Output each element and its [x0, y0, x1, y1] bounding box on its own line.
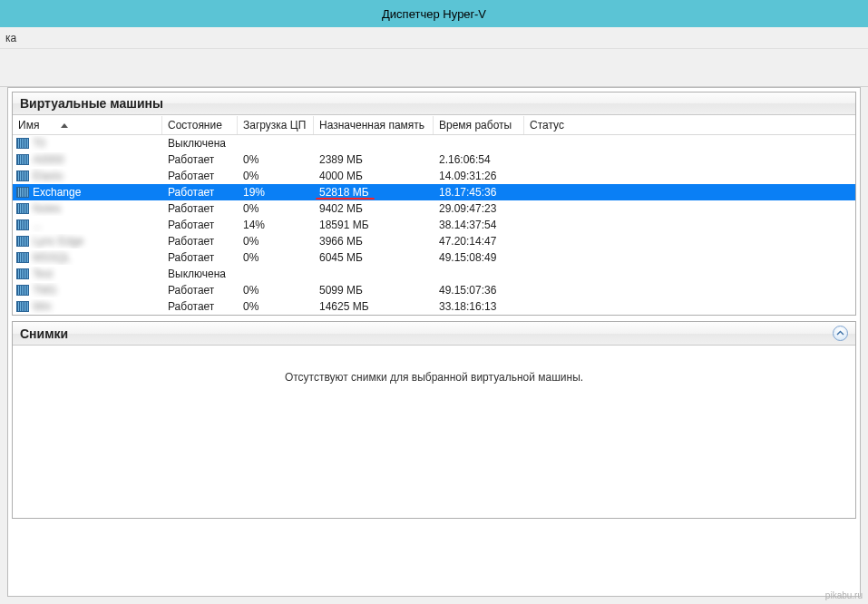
vm-cpu-cell: 14%: [238, 218, 314, 232]
vm-panel-header: Виртуальные машины: [13, 93, 855, 115]
vm-status-cell: [524, 142, 855, 144]
vm-name-label: ...: [33, 219, 42, 231]
vm-name-label: Notes: [33, 202, 61, 215]
vm-uptime-cell: 18.17:45:36: [434, 185, 524, 200]
vm-name-cell: Win: [13, 299, 162, 314]
vm-memory-cell: 4000 МБ: [314, 169, 434, 183]
vm-cpu-cell: [238, 142, 314, 144]
vm-status-cell: [524, 306, 855, 307]
vm-uptime-cell: 49.15:08:49: [434, 250, 524, 265]
vm-icon: [16, 154, 29, 165]
vm-uptime-cell: 49.15:07:36: [434, 283, 524, 297]
table-row[interactable]: ExchangeРаботает19%52818 МБ18.17:45:36: [13, 184, 855, 200]
vm-memory-cell: 9402 МБ: [314, 201, 434, 216]
vm-name-cell: Notes: [13, 201, 162, 216]
vm-status-cell: [524, 191, 855, 193]
table-row[interactable]: MSSQLРаботает0%6045 МБ49.15:08:49: [13, 249, 855, 266]
column-header-state[interactable]: Состояние: [162, 116, 238, 134]
table-row[interactable]: A0000Работает0%2389 МБ2.16:06:54: [13, 151, 855, 168]
vm-state-cell: Работает: [162, 169, 238, 183]
table-row[interactable]: WinРаботает0%14625 МБ33.18:16:13: [13, 298, 855, 315]
table-row[interactable]: T0Выключена: [13, 135, 855, 151]
vm-table-header: Имя Состояние Загрузка ЦП Назначенная па…: [13, 115, 855, 135]
vm-name-cell: Exchange: [13, 185, 162, 200]
vm-uptime-cell: 29.09:47:23: [434, 201, 524, 216]
content-area: Виртуальные машины Имя Состояние Загрузк…: [7, 87, 861, 597]
vm-panel-title: Виртуальные машины: [20, 96, 163, 111]
table-row[interactable]: TMGРаботает0%5099 МБ49.15:07:36: [13, 282, 855, 298]
vm-status-cell: [524, 175, 855, 177]
column-header-uptime[interactable]: Время работы: [434, 116, 524, 134]
vm-cpu-cell: 19%: [238, 185, 314, 200]
vm-cpu-cell: 0%: [238, 169, 314, 183]
vm-icon: [16, 268, 29, 279]
vm-status-cell: [524, 208, 855, 209]
vm-uptime-cell: 47.20:14:47: [434, 234, 524, 248]
vm-name-cell: A0000: [13, 152, 162, 167]
vm-icon: [16, 219, 29, 230]
vm-state-cell: Работает: [162, 234, 238, 248]
vm-name-label: Test: [33, 268, 53, 280]
vm-memory-cell: [314, 142, 434, 144]
column-header-status[interactable]: Статус: [524, 116, 855, 134]
vm-memory-cell: 6045 МБ: [314, 250, 434, 265]
vm-memory-cell: 14625 МБ: [314, 299, 434, 314]
vm-state-cell: Работает: [162, 250, 238, 265]
vm-status-cell: [524, 273, 855, 275]
vm-name-cell: Lync Edge: [13, 234, 162, 248]
vm-state-cell: Работает: [162, 185, 238, 200]
vm-name-label: Exchange: [33, 186, 81, 199]
vm-uptime-cell: 2.16:06:54: [434, 152, 524, 167]
snapshots-empty-body: Отсутствуют снимки для выбранной виртуал…: [13, 346, 855, 518]
vm-table-body: T0ВыключенаA0000Работает0%2389 МБ2.16:06…: [13, 135, 855, 315]
table-row[interactable]: Lync EdgeРаботает0%3966 МБ47.20:14:47: [13, 233, 855, 249]
vm-cpu-cell: 0%: [238, 299, 314, 314]
vm-name-cell: MSSQL: [13, 250, 162, 265]
table-row[interactable]: ElastoРаботает0%4000 МБ14.09:31:26: [13, 168, 855, 184]
vm-memory-cell: 18591 МБ: [314, 218, 434, 232]
vm-state-cell: Работает: [162, 201, 238, 216]
menu-item[interactable]: ка: [5, 32, 16, 44]
table-row[interactable]: NotesРаботает0%9402 МБ29.09:47:23: [13, 200, 855, 217]
column-header-memory[interactable]: Назначенная память: [314, 116, 434, 134]
window-title: Диспетчер Hyper-V: [382, 7, 486, 21]
vm-cpu-cell: 0%: [238, 283, 314, 297]
vm-name-cell: ...: [13, 218, 162, 232]
snapshots-panel: Снимки Отсутствуют снимки для выбранной …: [12, 321, 856, 519]
vm-cpu-cell: 0%: [238, 250, 314, 265]
vm-state-cell: Работает: [162, 283, 238, 297]
snapshots-empty-text: Отсутствуют снимки для выбранной виртуал…: [285, 371, 583, 384]
vm-state-cell: Выключена: [162, 267, 238, 281]
vm-icon: [16, 236, 29, 247]
snapshots-panel-header: Снимки: [13, 322, 855, 346]
vm-name-cell: Elasto: [13, 169, 162, 183]
vm-icon: [16, 187, 29, 198]
vm-state-cell: Работает: [162, 218, 238, 232]
vm-uptime-cell: 38.14:37:54: [434, 218, 524, 232]
vm-icon: [16, 170, 29, 181]
vm-name-label: Elasto: [33, 170, 63, 182]
vm-icon: [16, 285, 29, 296]
window-titlebar: Диспетчер Hyper-V: [0, 0, 868, 27]
collapse-up-icon[interactable]: [833, 326, 848, 341]
vm-name-label: A0000: [33, 153, 64, 166]
table-row[interactable]: ...Работает14%18591 МБ38.14:37:54: [13, 217, 855, 233]
vm-memory-cell: 52818 МБ: [314, 185, 434, 200]
vm-name-cell: Test: [13, 267, 162, 281]
vm-name-label: Win: [33, 300, 52, 313]
vm-status-cell: [524, 224, 855, 226]
snapshots-panel-title: Снимки: [20, 326, 68, 341]
vm-memory-cell: 2389 МБ: [314, 152, 434, 167]
vm-cpu-cell: [238, 273, 314, 275]
column-header-cpu[interactable]: Загрузка ЦП: [238, 116, 314, 134]
vm-icon: [16, 252, 29, 263]
column-header-name[interactable]: Имя: [13, 116, 162, 134]
vm-uptime-cell: [434, 273, 524, 275]
vm-cpu-cell: 0%: [238, 152, 314, 167]
vm-name-label: MSSQL: [33, 251, 71, 264]
toolbar-gap: [0, 49, 868, 87]
table-row[interactable]: TestВыключена: [13, 266, 855, 282]
vm-icon: [16, 203, 29, 214]
menubar[interactable]: ка: [0, 27, 868, 49]
vm-state-cell: Работает: [162, 152, 238, 167]
